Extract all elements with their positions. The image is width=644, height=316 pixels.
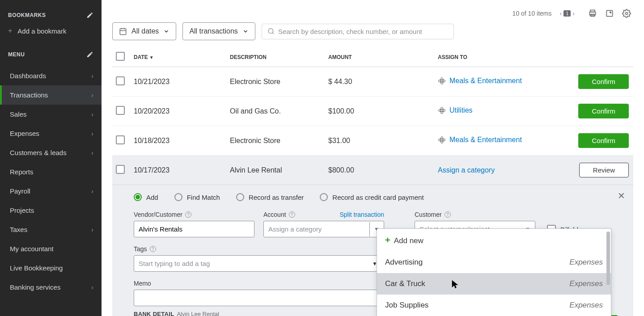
sidebar-item-taxes[interactable]: Taxes› (0, 220, 102, 239)
tags-label: Tags (134, 245, 147, 253)
type-filter-button[interactable]: All transactions (182, 22, 255, 40)
split-transaction-link[interactable]: Split transaction (339, 211, 384, 218)
confirm-button[interactable]: Confirm (578, 104, 629, 118)
plus-icon: + (385, 235, 390, 245)
category-dropdown: +Add new AdvertisingExpensesCar & TruckE… (377, 228, 611, 316)
svg-point-9 (268, 29, 273, 34)
tags-input[interactable] (134, 256, 368, 271)
sidebar-item-transactions[interactable]: Transactions› (0, 85, 102, 105)
search-box[interactable] (262, 24, 454, 39)
sidebar-item-expenses[interactable]: Expenses› (0, 124, 102, 143)
cell-date: 10/18/2023 (134, 137, 230, 145)
row-checkbox[interactable] (116, 165, 125, 174)
dropdown-item-type: Expenses (569, 301, 603, 310)
pencil-icon[interactable] (86, 12, 93, 19)
sidebar-item-reports[interactable]: Reports (0, 162, 102, 181)
radio-credit-card[interactable]: Record as credit card payment (320, 193, 424, 201)
table-row[interactable]: 10/18/2023Electronic Store$31.00Meals & … (112, 126, 633, 156)
column-assign[interactable]: ASSIGN TO (438, 54, 536, 60)
dropdown-item[interactable]: AdvertisingExpenses (377, 252, 611, 273)
sidebar-item-dashboards[interactable]: Dashboards› (0, 66, 102, 85)
row-checkbox[interactable] (116, 76, 125, 85)
help-icon[interactable]: ? (289, 211, 295, 218)
column-description[interactable]: DESCRIPTION (230, 54, 328, 60)
add-bookmark-button[interactable]: + Add a bookmark (0, 22, 102, 39)
vendor-input[interactable] (134, 221, 254, 237)
sidebar-item-label: Payroll (10, 187, 30, 195)
radio-add[interactable]: Add (134, 193, 158, 201)
sidebar-item-label: Projects (10, 206, 34, 214)
column-amount[interactable]: AMOUNT (328, 54, 438, 60)
gear-icon[interactable] (622, 9, 631, 18)
print-icon[interactable] (588, 9, 597, 18)
select-all-checkbox[interactable] (116, 52, 125, 61)
sidebar-item-label: Sales (10, 110, 27, 118)
add-bookmark-label: Add a bookmark (17, 27, 66, 35)
sidebar-item-live-bookkeeping[interactable]: Live Bookkeeping (0, 258, 102, 278)
sidebar-item-projects[interactable]: Projects (0, 201, 102, 220)
date-filter-label: All dates (131, 27, 159, 35)
memo-input[interactable] (134, 290, 382, 306)
chevron-down-icon (163, 28, 169, 34)
confirm-button[interactable]: Confirm (578, 74, 629, 89)
chevron-right-icon: › (91, 91, 93, 99)
cell-date: 10/20/2023 (134, 107, 230, 115)
prev-page-icon[interactable]: ‹ (560, 10, 562, 17)
account-input[interactable] (264, 221, 369, 237)
row-checkbox[interactable] (116, 106, 125, 115)
search-input[interactable] (278, 28, 448, 35)
radio-transfer[interactable]: Record as transfer (236, 193, 304, 201)
column-date[interactable]: DATE▼ (134, 54, 230, 60)
row-checkbox[interactable] (116, 135, 125, 144)
sidebar-item-label: Expenses (10, 130, 39, 137)
confirm-button[interactable]: Confirm (578, 133, 629, 148)
category-link[interactable]: Utilities (438, 106, 473, 114)
chevron-right-icon: › (91, 72, 93, 80)
category-link[interactable]: Meals & Entertainment (438, 77, 522, 85)
sidebar-item-sales[interactable]: Sales› (0, 105, 102, 124)
svg-point-11 (441, 80, 443, 82)
date-filter-button[interactable]: All dates (112, 22, 176, 40)
cell-amount: $ 44.30 (328, 78, 438, 86)
sidebar-item-label: Taxes (10, 226, 27, 233)
svg-point-4 (626, 13, 628, 15)
sidebar-item-label: Banking services (10, 283, 60, 291)
sidebar-item-payroll[interactable]: Payroll› (0, 181, 102, 201)
dropdown-add-new[interactable]: +Add new (377, 229, 611, 252)
table-row[interactable]: 10/20/2023Oil and Gas Co.$100.00Utilitie… (112, 97, 633, 126)
cell-assign: Meals & Entertainment (438, 136, 536, 146)
action-radio-group: Add Find Match Record as transfer Record… (134, 193, 612, 201)
vendor-label: Vendor/Customer (134, 211, 182, 218)
cell-description: Electronic Store (230, 137, 328, 145)
chevron-right-icon: › (91, 130, 93, 137)
next-page-icon[interactable]: › (572, 10, 575, 17)
close-icon[interactable]: ✕ (618, 190, 625, 201)
sidebar: BOOKMARKS + Add a bookmark MENU Dashboar… (0, 0, 102, 316)
tags-select[interactable]: ▼ (134, 255, 382, 272)
help-icon[interactable]: ? (445, 211, 451, 218)
account-select[interactable]: ▼ (263, 221, 384, 237)
sidebar-item-banking-services[interactable]: Banking services› (0, 278, 102, 297)
memo-label: Memo (134, 280, 151, 287)
category-link[interactable]: Meals & Entertainment (438, 136, 522, 144)
scrollbar[interactable] (606, 232, 610, 285)
cell-amount: $31.00 (328, 137, 438, 145)
svg-rect-3 (606, 10, 612, 16)
help-icon[interactable]: ? (150, 246, 156, 252)
export-icon[interactable] (605, 9, 614, 18)
sidebar-item-my-accountant[interactable]: My accountant (0, 239, 102, 258)
help-icon[interactable]: ? (185, 211, 191, 218)
table-row[interactable]: 10/21/2023Electronic Store$ 44.30Meals &… (112, 67, 633, 97)
dropdown-item[interactable]: Car & TruckExpenses (377, 273, 611, 295)
page-number[interactable]: 1 (564, 10, 571, 17)
category-icon (438, 136, 446, 144)
radio-find-match[interactable]: Find Match (174, 193, 220, 201)
transactions-table: DATE▼ DESCRIPTION AMOUNT ASSIGN TO 10/21… (112, 47, 633, 185)
review-button[interactable]: Review (579, 163, 629, 177)
table-row[interactable]: 10/17/2023Alvin Lee Rental$800.00Assign … (112, 156, 633, 185)
sidebar-item-customers-leads[interactable]: Customers & leads› (0, 143, 102, 162)
assign-category-link[interactable]: Assign a category (438, 166, 495, 174)
dropdown-item[interactable]: Job SuppliesExpenses (377, 295, 611, 316)
pencil-icon[interactable] (86, 51, 93, 58)
sidebar-item-label: Live Bookkeeping (10, 264, 63, 272)
